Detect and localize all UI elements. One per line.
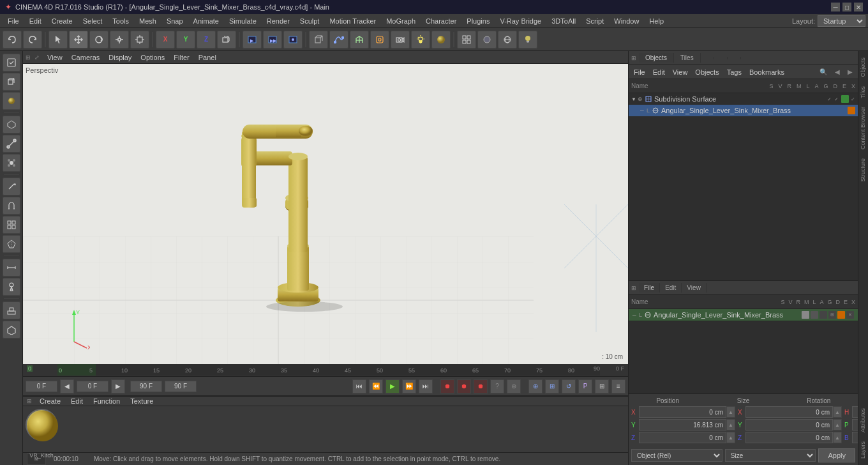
vtab-content[interactable]: Content Browser [859,103,868,153]
current-frame-input[interactable] [77,381,108,392]
go-to-start-button[interactable]: ⏮ [352,379,366,393]
menu-edit[interactable]: Edit [24,16,47,26]
titlebar-controls[interactable]: ─ □ ✕ [831,3,863,11]
cube-button[interactable] [309,31,328,49]
obj-menu-file[interactable]: File [631,68,648,77]
display-mode-button[interactable] [498,31,517,49]
obj-menu-view[interactable]: View [670,68,691,77]
end-frame-input[interactable] [130,381,162,392]
tab-structure[interactable] [714,57,728,59]
viewport-menu-options[interactable]: Options [137,53,168,62]
redo-button[interactable] [23,31,42,49]
scale-timeline-button[interactable]: ⊞ [545,379,559,393]
menu-help[interactable]: Help [644,16,669,26]
point-tool-button[interactable] [3,154,20,172]
menu-plugins[interactable]: Plugins [461,16,495,26]
menu-window[interactable]: Window [609,16,644,26]
world-space-button[interactable] [217,31,236,49]
obj-menu-bookmarks[interactable]: Bookmarks [747,68,787,77]
viewport[interactable]: Perspectiv [23,64,628,364]
menu-sculpt[interactable]: Sculpt [295,16,325,26]
vtab-layers[interactable]: Layers [859,438,868,462]
tab-attributes-top[interactable] [728,57,741,59]
material-button[interactable] [431,31,451,49]
obj-forward-icon[interactable]: ▶ [845,68,855,76]
object-type-dropdown[interactable]: Object (Rel) Object (Abs) World [631,449,722,462]
pos-z-up[interactable]: ▲ [726,432,735,443]
tab-attr-edit[interactable]: Edit [660,283,682,293]
layout-dropdown[interactable]: Startup Standard Animate [818,15,865,27]
array-button[interactable] [3,216,20,234]
render-view-button[interactable]: ▶▶ [263,31,282,49]
go-to-prev-key-button[interactable]: ⏪ [369,379,383,393]
size-z-up[interactable]: ▲ [833,432,842,443]
obj-search-icon[interactable]: 🔍 [817,68,830,76]
symmetry-button[interactable] [3,235,20,253]
material-item-vr-kitch[interactable]: VR_Kitch [26,409,57,450]
record-pos-button[interactable]: ⏺ [457,379,471,393]
viewport-menu-view[interactable]: View [43,53,66,62]
render-active-button[interactable]: ▶ [243,31,262,49]
menu-simulate[interactable]: Simulate [224,16,262,26]
mat-menu-texture[interactable]: Texture [128,397,156,406]
floor-button[interactable] [3,301,20,319]
tab-tiles[interactable]: Tiles [674,53,701,63]
menu-script[interactable]: Script [581,16,609,26]
x-axis-button[interactable]: X [156,31,175,49]
pos-x-input[interactable]: 0 cm [639,406,726,418]
mat-menu-edit[interactable]: Edit [68,397,86,406]
mat-menu-function[interactable]: Function [91,397,123,406]
prev-frame-button[interactable]: ◀ [60,379,74,393]
undo-button[interactable] [3,31,22,49]
start-frame-input[interactable] [26,381,57,392]
minimize-button[interactable]: ─ [831,3,840,11]
texture-mode-button[interactable] [3,92,20,110]
viewport-menu-display[interactable]: Display [105,53,135,62]
camera-button[interactable] [391,31,410,49]
edge-tool-button[interactable] [3,135,20,153]
size-y-up[interactable]: ▲ [833,419,842,431]
obj-menu-tags[interactable]: Tags [724,68,744,77]
model-mode-button[interactable] [3,73,20,91]
rotate-timeline-button[interactable]: ↺ [562,379,576,393]
size-y-input[interactable]: 0 cm [745,419,833,431]
max-frame-input[interactable] [165,381,197,392]
close-button[interactable]: ✕ [854,3,863,11]
timeline-options-button[interactable]: ≡ [611,379,625,393]
record-rot-button[interactable]: ⏺ [474,379,488,393]
select-tool-button[interactable] [49,31,68,49]
viewport-solo-button[interactable] [457,31,476,49]
tab-attr-file[interactable]: File [639,283,660,293]
maximize-button[interactable]: □ [842,3,851,11]
menu-motion-tracker[interactable]: Motion Tracker [324,16,381,26]
paint-button[interactable] [3,278,20,296]
move-timeline-button[interactable]: ⊕ [528,379,542,393]
obj-menu-objects[interactable]: Objects [692,68,721,77]
menu-render[interactable]: Render [262,16,295,26]
vtab-structure[interactable]: Structure [859,155,868,186]
menu-tools[interactable]: Tools [107,16,134,26]
magnet-button[interactable] [3,197,20,215]
light-button[interactable] [411,31,430,49]
vtab-attributes[interactable]: Attributes [859,404,868,436]
obj-menu-edit[interactable]: Edit [650,68,668,77]
vtab-tiles[interactable]: Tiles [859,82,868,102]
tab-attr-view[interactable]: View [682,283,707,293]
rotate-tool-button[interactable] [89,31,108,49]
obj-angular-lever[interactable]: ─ L Angular_Single_Lever_Sink_Mixer_Bras… [629,105,858,116]
viewport-menu-cameras[interactable]: Cameras [68,53,104,62]
menu-3dtoall[interactable]: 3DToAll [546,16,581,26]
go-to-end-button[interactable]: ⏭ [419,379,433,393]
spline-button[interactable] [329,31,348,49]
move-tool-button[interactable] [69,31,88,49]
selection-mode-button[interactable] [3,54,20,72]
menu-mesh[interactable]: Mesh [134,16,161,26]
next-frame-button[interactable]: ▶ [111,379,125,393]
scale-tool-button[interactable] [110,31,129,49]
viewport-menu-panel[interactable]: Panel [195,53,220,62]
vtab-objects[interactable]: Objects [859,54,868,81]
marker-button[interactable]: ⊞ [595,379,609,393]
nurbs-button[interactable] [350,31,369,49]
pos-z-input[interactable]: 0 cm [639,432,726,443]
tab-content-browser[interactable] [701,57,714,59]
